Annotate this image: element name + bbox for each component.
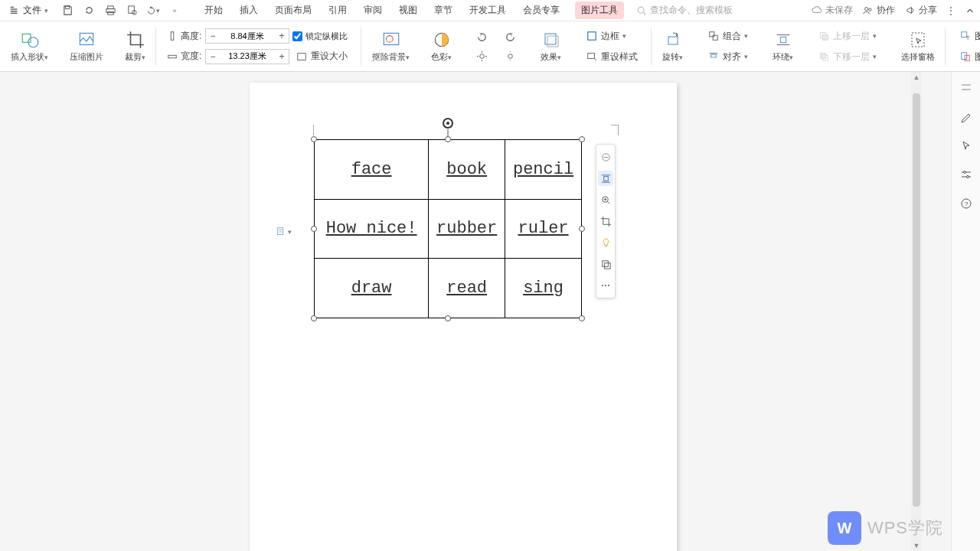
crop-tool-icon[interactable]: [598, 214, 613, 229]
collapse-ribbon-icon[interactable]: [965, 5, 975, 16]
svg-rect-35: [668, 37, 678, 44]
svg-point-21: [386, 36, 393, 43]
reset-style-button[interactable]: 重设样式: [583, 49, 641, 65]
border-button[interactable]: 边框▾: [583, 28, 641, 44]
lock-aspect-checkbox[interactable]: 锁定纵横比: [292, 31, 348, 42]
tab-references[interactable]: 引用: [327, 1, 348, 20]
remove-background-button[interactable]: 抠除背景▾: [368, 27, 414, 66]
search-icon: [636, 5, 647, 16]
reset-size-button[interactable]: 重设大小: [292, 48, 351, 64]
svg-rect-32: [547, 36, 558, 47]
resize-handle-mr[interactable]: [579, 226, 585, 232]
more-tools-icon[interactable]: ⋯: [598, 278, 613, 293]
zoom-icon[interactable]: [598, 192, 613, 207]
undo-icon[interactable]: ▾: [146, 4, 160, 18]
align-button[interactable]: 对齐▾: [704, 49, 751, 65]
print-preview-icon[interactable]: [125, 4, 139, 18]
wrap-text-icon[interactable]: [598, 171, 613, 186]
cursor-icon[interactable]: [959, 138, 974, 153]
document-page[interactable]: ▾ facebookpencil How nice!rubberruler dr…: [250, 83, 677, 551]
resize-handle-ml[interactable]: [311, 226, 317, 232]
svg-rect-68: [602, 260, 608, 266]
tab-layout[interactable]: 页面布局: [273, 1, 313, 20]
wrap-button[interactable]: 环绕▾: [768, 27, 798, 66]
effect-button[interactable]: 效果▾: [536, 27, 566, 66]
tab-review[interactable]: 审阅: [362, 1, 384, 20]
resize-handle-bl[interactable]: [311, 315, 317, 321]
idea-icon[interactable]: [598, 235, 613, 250]
tab-view[interactable]: 视图: [397, 1, 419, 20]
svg-rect-69: [604, 262, 610, 269]
svg-point-23: [480, 54, 485, 58]
resize-handle-bc[interactable]: [445, 315, 451, 321]
compress-image-button[interactable]: 压缩图片: [65, 27, 108, 66]
insert-shape-button[interactable]: 插入形状▾: [6, 27, 53, 66]
height-decrease[interactable]: −: [206, 29, 220, 43]
save-icon[interactable]: [60, 4, 74, 18]
svg-rect-39: [711, 54, 717, 57]
scroll-up-icon[interactable]: ▲: [911, 72, 922, 83]
svg-rect-18: [168, 55, 177, 58]
svg-line-64: [607, 201, 609, 204]
brightness-down-icon[interactable]: [501, 49, 519, 64]
watermark: W WPS学院: [828, 511, 943, 545]
pic-to-text-button[interactable]: T图片转文字: [956, 28, 980, 44]
fit-icon[interactable]: [598, 149, 613, 165]
color-button[interactable]: 色彩▾: [426, 27, 456, 66]
resize-handle-tc[interactable]: [445, 136, 451, 142]
width-increase[interactable]: +: [275, 50, 289, 64]
people-icon: [862, 5, 874, 16]
tab-picture-tools[interactable]: 图片工具: [575, 2, 624, 19]
selected-image[interactable]: facebookpencil How nice!rubberruler draw…: [314, 139, 582, 318]
anchor-icon[interactable]: ▾: [276, 227, 292, 237]
rotate-right-icon[interactable]: [501, 30, 519, 44]
help-icon[interactable]: ?: [959, 196, 974, 211]
selection-pane-button[interactable]: 选择窗格: [897, 27, 939, 66]
width-input[interactable]: [220, 50, 275, 64]
height-input[interactable]: [220, 29, 275, 43]
svg-rect-50: [962, 53, 967, 60]
pen-icon[interactable]: [959, 109, 974, 124]
svg-rect-0: [11, 6, 14, 7]
search-placeholder: 查找命令、搜索模板: [650, 4, 733, 17]
more-menu-icon[interactable]: ⋮: [946, 5, 956, 16]
print-icon[interactable]: [103, 4, 117, 18]
resize-handle-br[interactable]: [579, 315, 585, 321]
group-button[interactable]: 组合▾: [704, 28, 751, 44]
wps-logo-icon: W: [828, 511, 861, 545]
rotate-left-icon[interactable]: [473, 30, 491, 44]
refresh-icon[interactable]: [82, 4, 96, 18]
tab-insert[interactable]: 插入: [238, 1, 260, 20]
crop-button[interactable]: 裁剪▾: [120, 27, 150, 66]
save-status[interactable]: 未保存: [811, 4, 853, 17]
file-menu[interactable]: 文件 ▾: [5, 2, 53, 18]
chevron-down-icon: ▾: [44, 7, 48, 15]
tab-start[interactable]: 开始: [203, 1, 224, 20]
command-search[interactable]: 查找命令、搜索模板: [636, 4, 733, 17]
collab-button[interactable]: 协作: [862, 4, 895, 17]
brightness-up-icon[interactable]: [473, 49, 491, 64]
share-button[interactable]: 分享: [904, 4, 937, 17]
scroll-thumb[interactable]: [913, 93, 920, 507]
height-spinner[interactable]: − +: [205, 28, 289, 44]
floating-image-toolbar: ⋯: [596, 144, 616, 298]
more-quickaccess-icon[interactable]: »: [168, 4, 181, 18]
width-spinner[interactable]: − +: [205, 49, 289, 64]
tab-vip[interactable]: 会员专享: [521, 1, 561, 20]
margin-mark: [313, 125, 314, 135]
menu-lines-icon[interactable]: [959, 80, 974, 95]
tab-dev[interactable]: 开发工具: [468, 1, 508, 20]
pic-to-pdf-button[interactable]: 图片转PDF: [956, 49, 980, 65]
height-increase[interactable]: +: [275, 29, 289, 43]
resize-handle-tl[interactable]: [311, 136, 317, 142]
copy-image-icon[interactable]: [598, 256, 613, 272]
svg-text:?: ?: [965, 201, 969, 207]
resize-handle-tr[interactable]: [579, 136, 585, 142]
tab-chapter[interactable]: 章节: [433, 1, 454, 20]
send-backward-button: 下移一层▾: [815, 49, 880, 65]
settings-slider-icon[interactable]: [959, 167, 974, 182]
width-decrease[interactable]: −: [206, 50, 220, 64]
vertical-scrollbar[interactable]: ▲ ▼: [911, 72, 922, 551]
rotate-button[interactable]: 旋转▾: [658, 27, 688, 66]
rotate-handle[interactable]: [443, 118, 453, 129]
